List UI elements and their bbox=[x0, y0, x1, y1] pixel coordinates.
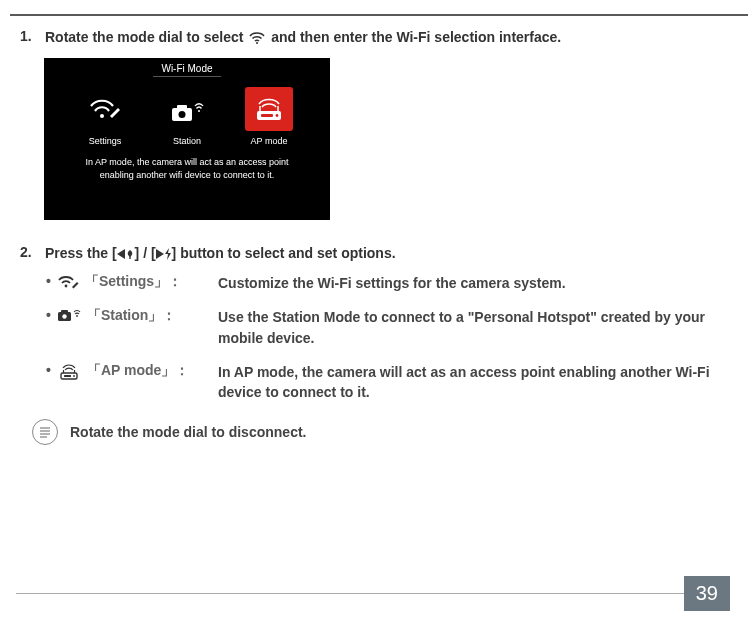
settings-wifi-icon bbox=[81, 87, 129, 131]
svg-point-19 bbox=[76, 316, 78, 318]
option-apmode-desc: In AP mode, the camera will act as an ac… bbox=[218, 362, 718, 403]
step-2-number: 2. bbox=[20, 244, 36, 260]
option-settings-desc: Customize the Wi-Fi settings for the cam… bbox=[218, 273, 718, 293]
step-2-text: Press the [] / [] button to select and s… bbox=[45, 244, 396, 264]
mockup-item-label-settings: Settings bbox=[89, 136, 122, 146]
mockup-title: Wi-Fi Mode bbox=[153, 63, 220, 77]
option-apmode-label: 「AP mode」： bbox=[87, 362, 189, 380]
mockup-item-settings: Settings bbox=[64, 87, 146, 146]
manual-page: 1. Rotate the mode dial to select and th… bbox=[0, 0, 748, 445]
bullet-icon: • bbox=[46, 273, 51, 289]
svg-point-4 bbox=[179, 111, 186, 118]
step-1-number: 1. bbox=[20, 28, 36, 44]
option-station-desc: Use the Station Mode to connect to a "Pe… bbox=[218, 307, 718, 348]
mockup-description: In AP mode, the camera will act as an ac… bbox=[44, 146, 330, 183]
mockup-desc-line1: In AP mode, the camera will act as an ac… bbox=[74, 156, 300, 170]
page-number: 39 bbox=[684, 576, 730, 611]
router-icon bbox=[245, 87, 293, 131]
step-1-text: Rotate the mode dial to select and then … bbox=[45, 28, 561, 48]
top-rule bbox=[10, 14, 748, 16]
option-station: • 「Station」： bbox=[46, 307, 206, 348]
station-camera-icon bbox=[163, 87, 211, 131]
bullet-icon: • bbox=[46, 362, 51, 378]
router-icon bbox=[57, 362, 81, 380]
svg-marker-14 bbox=[165, 248, 171, 260]
mockup-item-label-station: Station bbox=[173, 136, 201, 146]
svg-point-0 bbox=[256, 42, 258, 44]
option-station-label: 「Station」： bbox=[87, 307, 176, 325]
note-text: Rotate the mode dial to disconnect. bbox=[70, 424, 306, 440]
svg-rect-7 bbox=[261, 114, 273, 117]
svg-point-15 bbox=[65, 285, 68, 288]
svg-rect-17 bbox=[61, 310, 68, 313]
mockup-item-apmode: AP mode bbox=[228, 87, 310, 146]
right-arrow-icon bbox=[156, 249, 164, 259]
step-1: 1. Rotate the mode dial to select and th… bbox=[20, 28, 718, 48]
step-1-text-after: and then enter the Wi-Fi selection inter… bbox=[271, 29, 561, 45]
station-camera-icon bbox=[57, 307, 81, 323]
svg-rect-3 bbox=[177, 105, 187, 109]
option-settings-label: 「Settings」： bbox=[85, 273, 182, 291]
note-icon bbox=[32, 419, 58, 445]
mockup-desc-line2: enabling another wifi device to connect … bbox=[74, 169, 300, 183]
mockup-item-station: Station bbox=[146, 87, 228, 146]
page-footer: 39 bbox=[16, 576, 730, 611]
svg-point-8 bbox=[276, 114, 279, 117]
svg-marker-11 bbox=[117, 249, 125, 259]
svg-point-1 bbox=[100, 114, 104, 118]
step-2: 2. Press the [] / [] button to select an… bbox=[20, 244, 718, 264]
svg-point-18 bbox=[62, 315, 66, 319]
note-row: Rotate the mode dial to disconnect. bbox=[32, 419, 718, 445]
wifi-icon bbox=[249, 31, 265, 45]
svg-point-22 bbox=[73, 375, 75, 377]
mockup-title-wrap: Wi-Fi Mode bbox=[44, 58, 330, 77]
option-list: • 「Settings」： Customize the Wi-Fi settin… bbox=[46, 273, 718, 402]
footer-rule bbox=[16, 593, 684, 594]
wifi-mode-screenshot: Wi-Fi Mode Settings bbox=[44, 58, 330, 220]
step-1-text-before: Rotate the mode dial to select bbox=[45, 29, 247, 45]
option-apmode: • 「AP mode」： bbox=[46, 362, 206, 403]
bullet-icon: • bbox=[46, 307, 51, 323]
mockup-item-label-apmode: AP mode bbox=[251, 136, 288, 146]
macro-icon bbox=[125, 249, 135, 259]
left-arrow-icon bbox=[117, 249, 125, 259]
svg-marker-13 bbox=[156, 249, 164, 259]
svg-rect-21 bbox=[64, 375, 71, 377]
flash-icon bbox=[164, 248, 172, 260]
option-settings: • 「Settings」： bbox=[46, 273, 206, 293]
settings-wifi-icon bbox=[57, 273, 79, 291]
mockup-items-row: Settings Station bbox=[44, 77, 330, 146]
svg-point-5 bbox=[198, 110, 200, 112]
